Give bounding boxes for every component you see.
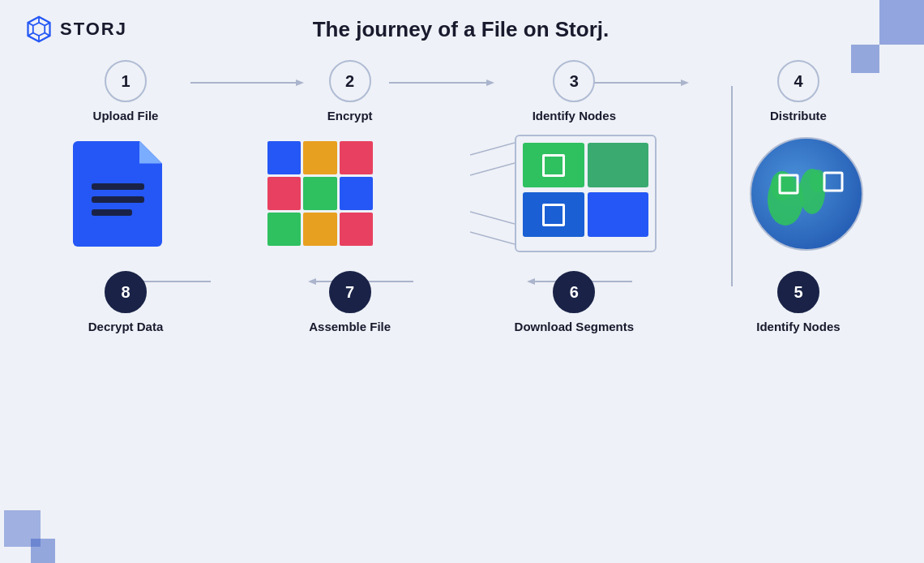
svg-line-17	[470, 212, 515, 224]
segment-bottom-left	[523, 192, 584, 237]
step-4-circle: 4	[777, 60, 819, 102]
segment-bottom-right	[588, 192, 649, 237]
step-5-circle: 5	[777, 271, 819, 313]
pixel-r0c0	[267, 141, 301, 174]
segment-top-right	[588, 143, 649, 187]
step-7-circle: 7	[329, 271, 371, 313]
corner-decoration-bl	[0, 498, 65, 563]
segment-row-top	[523, 143, 648, 187]
step-2: 2 Encrypt	[289, 60, 411, 122]
top-steps-row: 1 Upload File 2 Encrypt 3 Identify Nodes…	[49, 60, 875, 122]
svg-line-16	[470, 163, 515, 175]
step-3: 3 Identify Nodes	[513, 60, 635, 122]
logo: STORJ	[24, 15, 127, 44]
step-7-label: Assemble File	[309, 320, 391, 333]
svg-rect-24	[824, 173, 842, 191]
svg-line-18	[470, 232, 515, 244]
bottom-arrows-svg	[49, 278, 875, 286]
step-3-circle: 3	[553, 60, 595, 102]
svg-marker-11	[486, 80, 494, 86]
step-1-label: Upload File	[93, 109, 159, 122]
bottom-steps-row: 8 Decrypt Data 7 Assemble File 6 Downloa…	[49, 259, 875, 333]
file-icon-container	[57, 141, 178, 247]
svg-marker-28	[308, 278, 316, 285]
svg-marker-1	[33, 23, 45, 36]
pixel-r1c0	[267, 177, 301, 210]
step-5-label: Identify Nodes	[756, 320, 840, 333]
step-1-circle: 1	[105, 60, 147, 102]
svg-line-15	[470, 143, 515, 155]
funnel-svg	[470, 135, 515, 252]
pixel-r1c1	[303, 177, 336, 210]
diagram-container: 1 Upload File 2 Encrypt 3 Identify Nodes…	[0, 44, 924, 333]
pixel-r0c2	[340, 141, 373, 174]
step-4-label: Distribute	[770, 109, 827, 122]
step-4: 4 Distribute	[738, 60, 859, 122]
logo-text: STORJ	[60, 19, 127, 40]
step-3-label: Identify Nodes	[533, 109, 616, 122]
globe-svg	[751, 139, 863, 251]
step-8-circle: 8	[105, 271, 147, 313]
pixel-r0c1	[303, 141, 336, 174]
file-line-3	[92, 209, 132, 216]
file-line-1	[92, 183, 144, 190]
funnel-container	[462, 135, 665, 252]
pixel-r2c2	[340, 213, 373, 246]
page-title: The journey of a File on Storj.	[127, 17, 794, 42]
segment-top-left	[523, 143, 584, 187]
pixel-r2c0	[267, 213, 301, 246]
step-6-label: Download Segments	[515, 320, 635, 333]
svg-marker-26	[527, 278, 535, 285]
images-row	[49, 122, 875, 252]
file-line-2	[92, 196, 144, 203]
pixel-grid	[267, 141, 373, 247]
step-6-circle: 6	[553, 271, 595, 313]
pixel-r1c2	[340, 177, 373, 210]
segment-inner-bl	[542, 204, 565, 226]
segment-inner-tl	[542, 154, 565, 177]
pixel-grid-container	[259, 141, 381, 247]
pixel-r2c1	[303, 213, 336, 246]
header: STORJ The journey of a File on Storj.	[0, 0, 924, 44]
step-2-label: Encrypt	[327, 109, 373, 122]
storj-logo-icon	[24, 15, 53, 44]
step-8-label: Decrypt Data	[88, 320, 164, 333]
file-lines	[92, 183, 144, 216]
globe	[750, 137, 863, 251]
file-icon	[73, 141, 162, 247]
segments-box	[515, 135, 657, 252]
segment-row-bottom	[523, 192, 648, 237]
step-2-circle: 2	[329, 60, 371, 102]
globe-container-wrapper	[746, 137, 867, 251]
svg-marker-13	[681, 80, 689, 86]
step-1: 1 Upload File	[65, 60, 186, 122]
